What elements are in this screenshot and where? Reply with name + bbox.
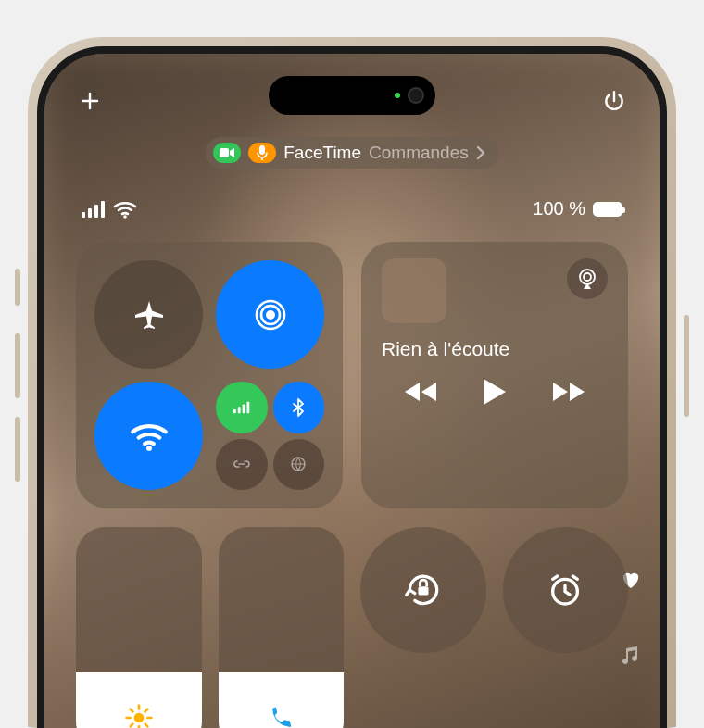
media-tile[interactable]: Rien à l'écoute	[361, 242, 628, 508]
dynamic-island	[269, 76, 435, 115]
status-bar: 100 %	[76, 198, 628, 220]
svg-point-7	[266, 310, 275, 320]
album-art	[382, 258, 446, 323]
side-button	[15, 269, 20, 306]
airplane-icon	[132, 298, 166, 332]
camera-lens	[408, 87, 424, 104]
wifi-icon	[113, 200, 137, 219]
power-button[interactable]	[600, 87, 628, 115]
orientation-lock-button[interactable]	[360, 527, 486, 653]
link-icon	[233, 458, 250, 470]
volume-slider[interactable]	[219, 527, 345, 728]
svg-rect-13	[242, 404, 245, 413]
activity-pill[interactable]: FaceTime Commandes	[206, 137, 497, 169]
svg-rect-12	[238, 407, 241, 413]
brightness-slider[interactable]	[76, 527, 202, 728]
pill-app-label: FaceTime	[283, 143, 361, 163]
airplay-button[interactable]	[567, 258, 608, 299]
now-playing-label: Rien à l'écoute	[382, 338, 608, 360]
airdrop-button[interactable]	[216, 260, 324, 369]
svg-rect-11	[233, 409, 236, 413]
svg-point-16	[580, 270, 595, 284]
phone-frame: FaceTime Commandes 100 %	[28, 37, 676, 728]
forward-icon	[551, 380, 586, 404]
battery-percent: 100 %	[533, 198, 585, 220]
play-button[interactable]	[482, 377, 508, 407]
svg-rect-0	[220, 148, 229, 157]
airplay-icon	[576, 269, 598, 289]
rewind-button[interactable]	[403, 380, 438, 404]
satellite-button[interactable]	[273, 439, 325, 491]
chevron-right-icon	[476, 145, 485, 160]
mic-pill-icon	[248, 143, 276, 163]
orientation-lock-icon	[403, 570, 444, 610]
cellular-bars-icon	[233, 401, 250, 414]
phone-icon	[267, 705, 295, 728]
side-button	[15, 417, 20, 482]
connectivity-cluster[interactable]	[216, 382, 324, 490]
alarm-button[interactable]	[503, 527, 629, 653]
pill-secondary-label: Commandes	[369, 143, 469, 163]
svg-rect-2	[82, 212, 85, 218]
wifi-button[interactable]	[94, 382, 203, 490]
alarm-icon	[547, 571, 584, 609]
svg-point-20	[133, 713, 144, 723]
screen: FaceTime Commandes 100 %	[37, 46, 667, 728]
svg-rect-3	[88, 208, 92, 218]
wifi-icon	[130, 420, 169, 452]
video-pill-icon	[213, 143, 241, 163]
rewind-icon	[403, 380, 438, 404]
battery-icon	[593, 202, 622, 217]
svg-rect-5	[101, 201, 105, 218]
svg-rect-4	[94, 205, 98, 218]
video-icon	[220, 147, 234, 158]
svg-point-6	[123, 215, 127, 219]
plus-icon	[79, 90, 101, 112]
side-button	[15, 333, 20, 398]
forward-button[interactable]	[551, 380, 586, 404]
play-icon	[482, 377, 508, 407]
svg-point-10	[146, 446, 152, 451]
power-icon	[602, 89, 626, 113]
add-control-button[interactable]	[76, 87, 104, 115]
svg-point-17	[584, 273, 591, 281]
svg-rect-14	[246, 402, 249, 413]
svg-rect-1	[259, 145, 265, 155]
svg-rect-18	[418, 586, 428, 595]
bluetooth-icon	[293, 398, 304, 417]
connectivity-tile[interactable]	[76, 242, 343, 508]
sun-icon	[124, 703, 154, 728]
bluetooth-button[interactable]	[273, 382, 325, 433]
camera-indicator-dot	[395, 93, 400, 98]
airplane-mode-button[interactable]	[94, 260, 203, 369]
cellular-data-button[interactable]	[216, 382, 268, 433]
mic-icon	[257, 145, 268, 160]
hotspot-button[interactable]	[216, 439, 268, 491]
side-button	[684, 315, 689, 417]
airdrop-icon	[252, 296, 289, 333]
globe-icon	[290, 456, 307, 472]
cellular-icon	[82, 201, 106, 218]
